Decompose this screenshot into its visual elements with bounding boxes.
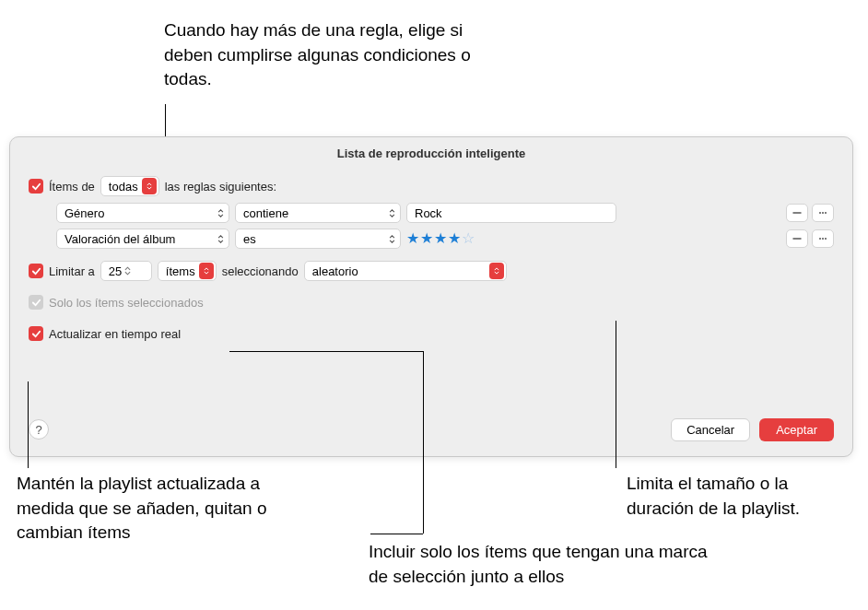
minus-icon	[792, 207, 803, 218]
remove-rule-button[interactable]	[786, 204, 808, 222]
minus-icon	[792, 233, 803, 244]
only-selected-label: Solo los ítems seleccionados	[49, 296, 204, 310]
remove-rule-button[interactable]	[786, 229, 808, 248]
dialog-footer: Cancelar Aceptar	[671, 418, 834, 441]
limit-count-input[interactable]: 25	[100, 261, 152, 281]
match-selector-value: todas	[109, 180, 138, 194]
rule-value-text: Rock	[415, 206, 442, 220]
rule-field-value: Género	[65, 206, 104, 220]
callout-bottom-middle: Incluir solo los ítems que tengan una ma…	[369, 540, 719, 589]
live-update-label: Actualizar en tiempo real	[49, 327, 181, 341]
ellipsis-icon	[817, 207, 828, 218]
star-filled-icon: ★	[448, 231, 461, 246]
limit-row: Limitar a 25 ítems seleccionando aleator…	[29, 260, 834, 282]
svg-point-2	[825, 212, 827, 214]
rule-stars-input[interactable]: ★ ★ ★ ★ ☆	[406, 231, 475, 246]
limit-unit-select[interactable]: ítems	[158, 261, 217, 281]
live-update-row: Actualizar en tiempo real	[29, 323, 834, 345]
match-checkbox[interactable]	[29, 179, 43, 194]
rule-operator-value: contiene	[243, 206, 288, 220]
chevron-updown-icon	[142, 178, 157, 194]
svg-point-5	[825, 238, 827, 240]
callout-line	[423, 351, 424, 534]
rule-value-input[interactable]: Rock	[406, 203, 616, 223]
dialog-body: Ítems de todas las reglas siguientes: Gé…	[10, 170, 852, 356]
more-rule-button[interactable]	[812, 204, 834, 222]
limit-count-value: 25	[109, 264, 122, 278]
only-selected-checkbox	[29, 295, 43, 310]
svg-point-3	[819, 238, 821, 240]
match-suffix: las reglas siguientes:	[165, 180, 276, 194]
limit-method-select[interactable]: aleatorio	[304, 261, 507, 281]
svg-point-1	[822, 212, 824, 214]
chevron-updown-icon	[385, 235, 398, 243]
check-icon	[31, 329, 41, 339]
callout-line	[229, 351, 423, 352]
check-icon	[31, 182, 41, 192]
cancel-button[interactable]: Cancelar	[671, 418, 750, 441]
svg-point-0	[819, 212, 821, 214]
callout-line	[370, 534, 423, 534]
smart-playlist-dialog: Lista de reproducción inteligente Ítems …	[9, 136, 853, 457]
rule-row: Género contiene Rock	[56, 203, 834, 223]
rule-operator-select[interactable]: contiene	[235, 203, 401, 223]
callout-line	[28, 381, 29, 468]
rule-field-select[interactable]: Género	[56, 203, 229, 223]
more-rule-button[interactable]	[812, 229, 834, 248]
accept-button[interactable]: Aceptar	[759, 418, 834, 441]
limit-label: Limitar a	[49, 264, 95, 278]
callout-bottom-left: Mantén la playlist actualizada a medida …	[17, 472, 311, 545]
limit-checkbox[interactable]	[29, 264, 43, 278]
star-filled-icon: ★	[406, 231, 419, 246]
rule-field-value: Valoración del álbum	[65, 232, 175, 246]
chevron-updown-icon	[214, 235, 227, 243]
rule-operator-value: es	[243, 232, 256, 246]
star-empty-icon: ☆	[462, 231, 475, 246]
callout-bottom-right: Limita el tamaño o la duración de la pla…	[627, 472, 848, 521]
help-button[interactable]: ?	[29, 419, 49, 440]
rules-container: Género contiene Rock	[56, 203, 834, 249]
selecting-label: seleccionando	[222, 264, 299, 278]
rule-field-select[interactable]: Valoración del álbum	[56, 229, 229, 249]
live-update-checkbox[interactable]	[29, 326, 43, 341]
chevron-updown-icon	[199, 263, 214, 279]
limit-method-value: aleatorio	[312, 264, 358, 278]
match-selector[interactable]: todas	[100, 176, 159, 196]
rule-operator-select[interactable]: es	[235, 229, 401, 249]
star-filled-icon: ★	[420, 231, 433, 246]
chevron-updown-icon	[214, 209, 227, 217]
limit-unit-value: ítems	[166, 264, 195, 278]
rule-buttons	[786, 229, 834, 248]
rule-buttons	[786, 204, 834, 222]
check-icon	[31, 266, 41, 276]
star-filled-icon: ★	[434, 231, 447, 246]
check-icon	[31, 298, 41, 308]
callout-top: Cuando hay más de una regla, elige si de…	[164, 18, 496, 92]
only-selected-row: Solo los ítems seleccionados	[29, 291, 834, 313]
ellipsis-icon	[817, 233, 828, 244]
stepper-icon	[124, 266, 131, 276]
match-prefix: Ítems de	[49, 180, 95, 194]
svg-point-4	[822, 238, 824, 240]
chevron-updown-icon	[385, 209, 398, 217]
dialog-title: Lista de reproducción inteligente	[10, 137, 852, 170]
chevron-updown-icon	[489, 263, 504, 279]
callout-line	[616, 321, 616, 468]
match-row: Ítems de todas las reglas siguientes:	[29, 175, 834, 197]
rule-row: Valoración del álbum es ★ ★	[56, 229, 834, 249]
